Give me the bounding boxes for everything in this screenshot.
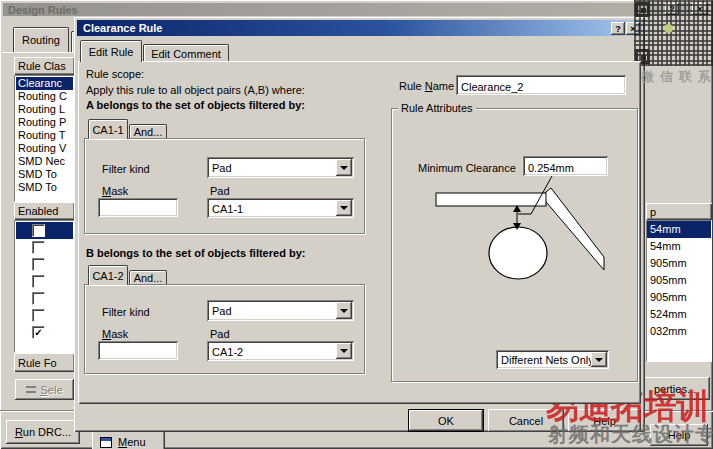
checkbox-unchecked[interactable] [32,292,45,305]
chevron-down-icon[interactable] [336,200,352,216]
rule-name-label: Rule Name [399,80,454,92]
tab-filter-b-and[interactable]: And... [129,270,167,285]
run-drc-button[interactable]: Run DRC... [6,420,80,444]
list-item[interactable]: Routing C [16,90,73,103]
help-icon: ? [615,24,621,34]
mask-label: Mask [102,185,128,197]
horizontal-trace [436,193,546,206]
list-item[interactable]: Routing P [16,116,73,129]
design-rules-window: Design Rules ? × Routing Rule Clas Clear… [0,0,713,449]
list-item[interactable]: Routing V [16,142,73,155]
rule-scope-label: Rule scope: [86,68,144,80]
enabled-row[interactable]: ✓ [16,324,73,341]
filter-a-pad-dropdown[interactable]: CA1-1 [207,198,354,218]
tab-edit-comment[interactable]: Edit Comment [143,44,229,62]
tab-baseline [2,52,74,54]
tab-edit-rule[interactable]: Edit Rule [80,40,142,62]
dialog-title: Clearance Rule [83,22,162,34]
enabled-row[interactable] [16,239,73,256]
mask-label: Mask [102,328,128,340]
qr-finder-icon [635,2,650,17]
enabled-row[interactable] [16,290,73,307]
filter-a-kind-dropdown[interactable]: Pad [207,157,354,178]
filter-a-mask-input[interactable] [98,198,178,217]
b-heading: B belongs to the set of objects filtered… [86,247,305,259]
pad-circle [489,227,547,279]
list-item[interactable]: SMD To [16,168,73,181]
pad-label: Pad [210,328,230,340]
dialog-titlebar[interactable]: Clearance Rule [77,20,642,36]
selection-icon [26,386,36,393]
chevron-down-icon[interactable] [336,159,352,176]
rule-attributes-label: Rule Attributes [398,102,476,114]
minimum-clearance-label: Minimum Clearance [418,162,516,174]
table-row[interactable]: 905mm [647,255,711,272]
table-row[interactable]: 54mm [647,238,711,255]
filter-b-mask-input[interactable] [98,341,178,360]
tab-filter-a[interactable]: CA1-1 [88,119,128,139]
minimum-clearance-input[interactable] [523,156,608,176]
list-item[interactable]: Routing L [16,103,73,116]
rule-class-column-header[interactable]: Rule Clas [14,57,75,75]
table-row[interactable]: 905mm [647,272,711,289]
list-item[interactable]: SMD Nec [16,155,73,168]
connectivity-dropdown[interactable]: Different Nets Only [496,350,609,369]
rule-fo-column-header[interactable]: Rule Fo [14,353,75,372]
filter-b-kind-dropdown[interactable]: Pad [207,300,354,321]
chevron-down-icon[interactable] [336,343,352,359]
filter-b-pad-dropdown[interactable]: CA1-2 [207,341,354,361]
menu-button[interactable]: Menu [92,431,165,449]
tab-filter-a-and[interactable]: And... [129,124,167,139]
clearance-illustration [401,178,641,293]
clearance-rule-dialog: Clearance Rule ? × Edit Rule Edit Commen… [74,17,645,432]
tab-filter-b[interactable]: CA1-2 [88,265,128,285]
edit-rule-tab-page: Rule scope: Apply this rule to all objec… [78,61,641,404]
enabled-row[interactable] [16,307,73,324]
table-row[interactable]: 905mm [647,289,711,306]
tagline-watermark: 射频和天线设计专家 [548,421,713,448]
rule-name-input[interactable] [456,75,626,95]
rule-class-list[interactable]: Clearanc Routing C Routing L Routing P R… [14,75,75,202]
pad-label: Pad [210,185,230,197]
enabled-column-header[interactable]: Enabled [14,202,75,220]
list-item[interactable]: Routing T [16,129,73,142]
table-row[interactable]: 032mm [647,323,711,340]
menu-icon [100,437,112,448]
list-item[interactable]: SMD To [16,181,73,194]
qr-center-dot [664,24,673,33]
list-item[interactable]: Clearanc [16,77,73,90]
select-button[interactable]: Sele [15,379,74,400]
enabled-list[interactable]: ✓ [14,220,75,353]
filter-kind-label: Filter kind [102,306,150,318]
checkbox-unchecked[interactable] [32,224,45,237]
checkbox-unchecked[interactable] [32,258,45,271]
dialog-help-titlebar-button[interactable]: ? [611,22,625,35]
ok-button[interactable]: OK [408,409,484,432]
checkbox-unchecked[interactable] [32,275,45,288]
design-rules-titlebar[interactable]: Design Rules [3,3,710,16]
enabled-row[interactable] [16,273,73,290]
checkbox-checked[interactable]: ✓ [32,326,45,339]
table-row[interactable]: 524mm [647,306,711,323]
enabled-row[interactable] [16,222,73,239]
a-heading: A belongs to the set of objects filtered… [86,99,305,111]
chevron-down-icon[interactable] [591,352,607,367]
filter-kind-label: Filter kind [102,163,150,175]
window-title: Design Rules [8,4,78,16]
qr-code-watermark [634,0,713,66]
chevron-down-icon[interactable] [336,302,352,319]
qr-caption: 微信联系 [641,68,713,86]
checkmark-icon: ✓ [34,327,42,338]
apply-line-label: Apply this rule to all object pairs (A,B… [86,84,305,96]
gap-table[interactable]: 54mm 54mm 905mm 905mm 905mm 524mm 032mm [646,220,712,362]
enabled-row[interactable] [16,256,73,273]
gap-column-header[interactable]: p [646,203,712,220]
checkbox-unchecked[interactable] [32,309,45,322]
tab-routing[interactable]: Routing [13,27,69,52]
diagonal-trace [541,188,604,270]
table-row[interactable]: 54mm [647,221,711,238]
checkbox-unchecked[interactable] [32,241,45,254]
